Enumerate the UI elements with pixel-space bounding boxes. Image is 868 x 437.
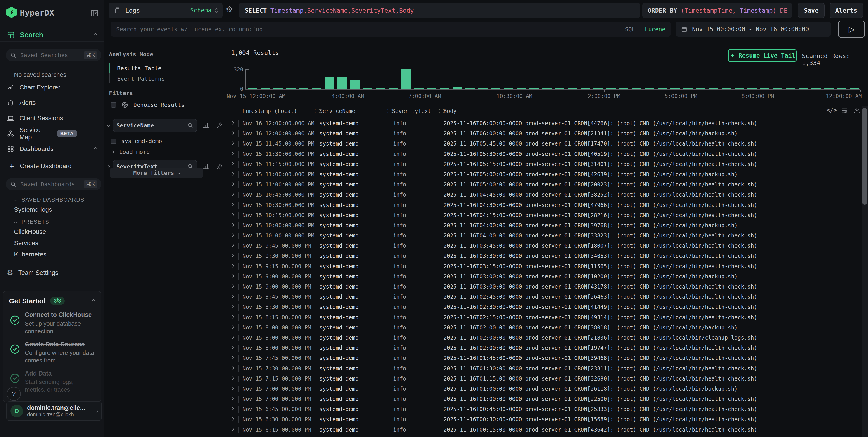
- table-row[interactable]: Nov 15 9:15:00.000 PMsystemd-demoinfo202…: [227, 262, 862, 272]
- table-row[interactable]: Nov 15 8:00:00.000 PMsystemd-demoinfo202…: [227, 343, 862, 353]
- alerts-button[interactable]: Alerts: [830, 3, 863, 18]
- table-row[interactable]: Nov 15 11:15:00.000 PMsystemd-demoinfo20…: [227, 159, 862, 169]
- chevron-up-icon[interactable]: [94, 147, 98, 151]
- denoise-checkbox[interactable]: [111, 102, 116, 107]
- table-row[interactable]: Nov 15 7:30:00.000 PMsystemd-demoinfo202…: [227, 364, 862, 374]
- expand-row-icon[interactable]: [231, 182, 234, 186]
- expand-row-icon[interactable]: [231, 243, 234, 247]
- table-row[interactable]: Nov 15 10:00:00.000 PMsystemd-demoinfo20…: [227, 221, 862, 231]
- expand-row-icon[interactable]: [231, 213, 234, 216]
- expand-row-icon[interactable]: [231, 386, 234, 390]
- expand-row-icon[interactable]: [231, 162, 234, 165]
- sidebar-item-kubernetes[interactable]: Kubernetes: [0, 249, 104, 259]
- sidebar-item-service-map[interactable]: Service Map BETA: [0, 128, 104, 139]
- query-settings-gear-icon[interactable]: ⚙: [226, 4, 233, 14]
- presets-section[interactable]: PRESETS: [0, 217, 104, 227]
- bar-chart-icon[interactable]: [203, 163, 210, 170]
- table-row[interactable]: Nov 15 9:45:00.000 PMsystemd-demoinfo202…: [227, 241, 862, 251]
- table-row[interactable]: Nov 15 10:15:00.000 PMsystemd-demoinfo20…: [227, 210, 862, 221]
- help-button[interactable]: ?: [7, 387, 21, 401]
- run-query-button[interactable]: ▷: [838, 21, 865, 37]
- pin-icon[interactable]: [216, 163, 223, 170]
- expand-row-icon[interactable]: [231, 397, 234, 400]
- select-query-input[interactable]: SELECT Timestamp,ServiceName,SeverityTex…: [239, 3, 640, 18]
- table-row[interactable]: Nov 15 8:00:00.000 PMsystemd-demoinfo202…: [227, 323, 862, 333]
- expand-row-icon[interactable]: [231, 264, 234, 268]
- saved-dashboards-input[interactable]: Saved Dashboards ⌘K: [6, 178, 101, 191]
- expand-row-icon[interactable]: [231, 152, 234, 155]
- language-toggle-sql[interactable]: SQL: [625, 26, 635, 33]
- save-button[interactable]: Save: [798, 3, 825, 18]
- table-row[interactable]: Nov 15 11:00:00.000 PMsystemd-demoinfo20…: [227, 169, 862, 180]
- table-row[interactable]: Nov 15 10:00:00.000 PMsystemd-demoinfo20…: [227, 231, 862, 241]
- more-filters-button[interactable]: More filters: [110, 168, 203, 178]
- expand-row-icon[interactable]: [231, 274, 234, 278]
- resume-live-tail-button[interactable]: Resume Live Tail: [728, 49, 797, 62]
- expand-row-icon[interactable]: [231, 407, 234, 410]
- column-header-servicename[interactable]: ServiceName: [319, 108, 355, 114]
- sidebar-item-clickhouse[interactable]: ClickHouse: [0, 227, 104, 237]
- table-row[interactable]: Nov 15 11:00:00.000 PMsystemd-demoinfo20…: [227, 180, 862, 190]
- sidebar-item-dashboards[interactable]: Dashboards: [0, 143, 104, 155]
- chevron-right-icon[interactable]: [107, 165, 110, 168]
- expand-row-icon[interactable]: [231, 325, 234, 329]
- column-header-timestamp[interactable]: Timestamp (Local): [242, 108, 297, 114]
- order-by-input[interactable]: ORDER BY (TimestampTime, Timestamp) DESC: [642, 3, 792, 18]
- download-icon[interactable]: [853, 107, 861, 116]
- table-row[interactable]: Nov 15 10:45:00.000 PMsystemd-demoinfo20…: [227, 190, 862, 200]
- bar-chart-icon[interactable]: [203, 122, 210, 129]
- saved-searches-input[interactable]: Saved Searches ⌘K: [6, 49, 101, 62]
- table-row[interactable]: Nov 15 6:45:00.000 PMsystemd-demoinfo202…: [227, 404, 862, 414]
- table-row[interactable]: Nov 16 12:00:00.000 AMsystemd-demoinfo20…: [227, 119, 862, 129]
- service-filter-option[interactable]: systemd-demo: [111, 138, 162, 144]
- scrollbar-thumb[interactable]: [862, 108, 867, 205]
- expand-row-icon[interactable]: [231, 131, 234, 135]
- table-row[interactable]: Nov 16 12:00:00.000 AMsystemd-demoinfo20…: [227, 129, 862, 139]
- sidebar-item-systemd-logs[interactable]: Systemd logs: [0, 205, 104, 215]
- table-row[interactable]: Nov 15 6:15:00.000 PMsystemd-demoinfo202…: [227, 425, 862, 435]
- table-row[interactable]: Nov 15 9:00:00.000 PMsystemd-demoinfo202…: [227, 282, 862, 292]
- servicename-filter-box[interactable]: ServiceName: [113, 119, 197, 132]
- sidebar-item-services[interactable]: Services: [0, 238, 104, 248]
- expand-row-icon[interactable]: [231, 427, 234, 431]
- mode-results-table[interactable]: Results Table: [117, 65, 161, 72]
- expand-row-icon[interactable]: [231, 121, 234, 125]
- expand-row-icon[interactable]: [231, 356, 234, 360]
- expand-row-icon[interactable]: [231, 315, 234, 318]
- mode-event-patterns[interactable]: Event Patterns: [117, 75, 165, 82]
- table-row[interactable]: Nov 15 11:30:00.000 PMsystemd-demoinfo20…: [227, 149, 862, 159]
- table-row[interactable]: Nov 15 8:45:00.000 PMsystemd-demoinfo202…: [227, 292, 862, 302]
- get-started-item[interactable]: Connect to ClickHouse Set up your databa…: [9, 311, 95, 335]
- expand-row-icon[interactable]: [231, 336, 234, 339]
- collapse-sidebar-icon[interactable]: [90, 9, 99, 19]
- systemd-demo-checkbox[interactable]: [111, 138, 116, 144]
- table-row[interactable]: Nov 15 10:30:00.000 PMsystemd-demoinfo20…: [227, 200, 862, 210]
- expand-row-icon[interactable]: [231, 305, 234, 308]
- table-row[interactable]: Nov 15 9:30:00.000 PMsystemd-demoinfo202…: [227, 251, 862, 261]
- expand-row-icon[interactable]: [231, 193, 234, 196]
- expand-row-icon[interactable]: [231, 223, 234, 227]
- table-row[interactable]: Nov 15 11:45:00.000 PMsystemd-demoinfo20…: [227, 139, 862, 149]
- expand-row-icon[interactable]: [231, 366, 234, 370]
- source-select[interactable]: Logs Schema: [108, 3, 222, 18]
- search-input[interactable]: Search your events w/ Lucene ex. column:…: [111, 22, 671, 37]
- table-row[interactable]: Nov 15 8:15:00.000 PMsystemd-demoinfo202…: [227, 312, 862, 323]
- create-dashboard-button[interactable]: + Create Dashboard: [0, 161, 104, 172]
- table-row[interactable]: Nov 15 8:00:00.000 PMsystemd-demoinfo202…: [227, 333, 862, 343]
- expand-row-icon[interactable]: [231, 295, 234, 298]
- sidebar-item-chart-explorer[interactable]: Chart Explorer: [0, 82, 104, 93]
- sidebar-item-alerts[interactable]: Alerts: [0, 97, 104, 108]
- get-started-item[interactable]: Add Data Start sending logs, metrics, or…: [9, 370, 95, 393]
- column-header-severitytext[interactable]: SeverityText: [392, 108, 431, 114]
- sidebar-item-client-sessions[interactable]: Client Sessions: [0, 112, 104, 124]
- expand-row-icon[interactable]: [231, 233, 234, 237]
- scrollbar-track[interactable]: [862, 106, 868, 437]
- table-row[interactable]: Nov 15 7:00:00.000 PMsystemd-demoinfo202…: [227, 394, 862, 404]
- chevron-down-icon[interactable]: [107, 124, 110, 127]
- table-row[interactable]: Nov 15 7:15:00.000 PMsystemd-demoinfo202…: [227, 374, 862, 384]
- expand-row-icon[interactable]: [231, 284, 234, 288]
- date-range-picker[interactable]: Nov 15 00:00:00 - Nov 16 00:00:00: [676, 22, 831, 37]
- table-row[interactable]: Nov 15 8:30:00.000 PMsystemd-demoinfo202…: [227, 302, 862, 312]
- expand-row-icon[interactable]: [231, 346, 234, 349]
- expand-row-icon[interactable]: [231, 141, 234, 145]
